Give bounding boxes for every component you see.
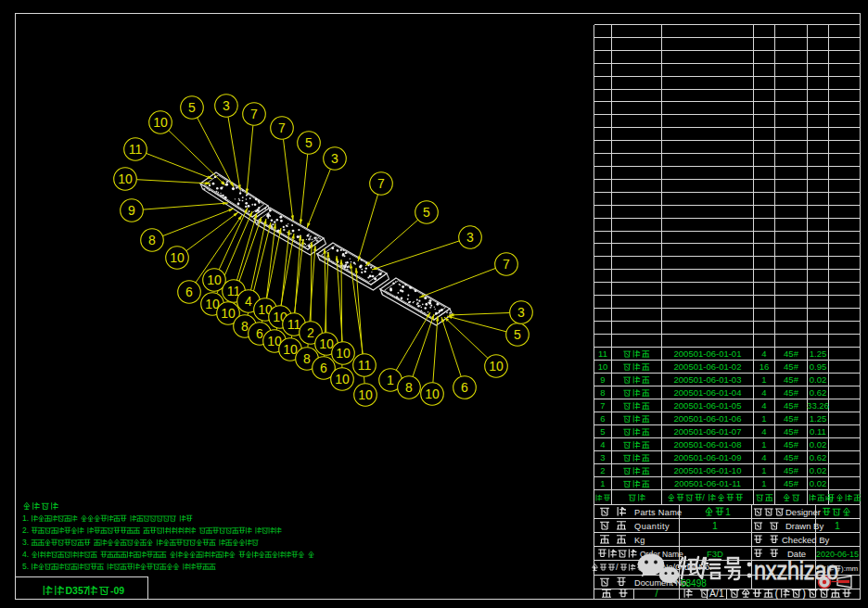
svg-text:Parts Name: Parts Name — [634, 508, 683, 517]
svg-text:3: 3 — [600, 452, 605, 462]
svg-text:6: 6 — [600, 413, 605, 424]
svg-text:1: 1 — [387, 373, 394, 387]
svg-text:2.: 2. — [22, 526, 29, 535]
svg-text:45#: 45# — [784, 387, 799, 398]
svg-text:4: 4 — [761, 387, 766, 398]
svg-text:45#: 45# — [784, 413, 799, 424]
svg-text:45#: 45# — [784, 400, 799, 411]
svg-text:1: 1 — [761, 413, 766, 424]
svg-text:45#: 45# — [784, 452, 799, 462]
svg-text:5.: 5. — [22, 562, 29, 571]
svg-text:8: 8 — [600, 387, 605, 398]
svg-text:1.25: 1.25 — [810, 413, 827, 424]
svg-text:45#: 45# — [784, 348, 799, 359]
svg-text:45#: 45# — [784, 465, 799, 475]
svg-text:45#: 45# — [784, 478, 799, 488]
svg-text:200501-06-01-02: 200501-06-01-02 — [674, 361, 742, 372]
svg-text:Kg: Kg — [634, 536, 645, 545]
svg-text:58498: 58498 — [681, 578, 707, 589]
svg-text:200501-06-01-08: 200501-06-01-08 — [674, 439, 742, 450]
svg-text:D357: D357 — [66, 585, 89, 596]
svg-text:1: 1 — [761, 465, 766, 475]
svg-text:4: 4 — [761, 426, 766, 437]
svg-text:10: 10 — [358, 387, 373, 402]
svg-text:16: 16 — [760, 361, 770, 372]
svg-text:6: 6 — [461, 380, 468, 395]
svg-text:0.62: 0.62 — [810, 452, 827, 462]
svg-text:10: 10 — [221, 306, 236, 321]
svg-text:3: 3 — [223, 98, 230, 113]
svg-text:33.26: 33.26 — [807, 400, 829, 411]
svg-text:10: 10 — [207, 272, 222, 287]
svg-text:0.02: 0.02 — [810, 478, 827, 488]
svg-text:8: 8 — [241, 319, 249, 334]
svg-text:0.95: 0.95 — [810, 361, 827, 372]
svg-text:A/1: A/1 — [709, 588, 724, 599]
svg-text:200501-06-01-10: 200501-06-01-10 — [674, 465, 742, 475]
svg-text:10: 10 — [425, 386, 440, 401]
svg-text:3.: 3. — [22, 538, 29, 547]
svg-text:200501-06-01-03: 200501-06-01-03 — [674, 374, 742, 385]
svg-text:0.62: 0.62 — [810, 387, 827, 398]
svg-text:5: 5 — [600, 426, 605, 437]
svg-text:0.11: 0.11 — [810, 426, 826, 437]
svg-text:200501-06-01-06: 200501-06-01-06 — [674, 413, 742, 424]
svg-text:10: 10 — [170, 250, 185, 265]
svg-text:4: 4 — [245, 294, 252, 309]
svg-text:45#: 45# — [784, 426, 799, 437]
svg-text:): ) — [802, 587, 806, 600]
svg-text:1: 1 — [761, 374, 766, 385]
svg-text:0.02: 0.02 — [810, 465, 827, 475]
svg-text:200501-06-01-07: 200501-06-01-07 — [674, 426, 742, 437]
svg-text:11: 11 — [129, 142, 143, 157]
svg-text:7: 7 — [600, 400, 605, 411]
svg-text:6: 6 — [256, 326, 263, 341]
svg-text:Designer: Designer — [785, 507, 821, 517]
svg-text:4: 4 — [761, 400, 766, 411]
svg-text:1: 1 — [600, 478, 605, 488]
svg-text:11: 11 — [287, 317, 301, 332]
svg-text:3: 3 — [331, 151, 338, 166]
svg-text:6: 6 — [185, 285, 193, 299]
svg-text:1: 1 — [761, 478, 766, 488]
svg-text:(: ( — [775, 587, 779, 600]
svg-text:7: 7 — [250, 107, 258, 121]
svg-text:7: 7 — [377, 176, 385, 191]
svg-text:45#: 45# — [784, 439, 799, 450]
svg-text:1: 1 — [761, 439, 766, 450]
svg-text:2: 2 — [307, 325, 314, 340]
svg-text:8: 8 — [303, 351, 311, 366]
svg-text:5: 5 — [305, 135, 313, 150]
svg-text:4: 4 — [600, 439, 605, 450]
svg-text:4: 4 — [761, 452, 766, 462]
svg-text:8: 8 — [148, 233, 156, 247]
svg-text:200501-06-01-05: 200501-06-01-05 — [674, 400, 742, 411]
svg-text:4.: 4. — [22, 550, 29, 559]
svg-text:45#: 45# — [784, 361, 799, 372]
svg-text:nxzhizao: nxzhizao — [754, 556, 838, 584]
svg-text:200501-06-01-11: 200501-06-01-11 — [674, 478, 741, 488]
svg-text:5: 5 — [188, 100, 196, 115]
svg-text:0.02: 0.02 — [810, 439, 827, 450]
svg-text:11: 11 — [598, 348, 607, 359]
svg-text:F3D: F3D — [707, 549, 723, 559]
svg-text:10: 10 — [153, 115, 168, 130]
svg-text:10: 10 — [118, 171, 133, 186]
svg-text:1: 1 — [725, 506, 731, 517]
svg-text:Drawn By: Drawn By — [785, 521, 823, 531]
svg-text:7: 7 — [503, 257, 510, 272]
svg-text:10: 10 — [598, 361, 608, 372]
svg-text:):mm: ):mm — [841, 564, 859, 573]
svg-text:10: 10 — [283, 342, 298, 357]
svg-text:8: 8 — [405, 380, 413, 395]
svg-text:4: 4 — [761, 348, 766, 359]
svg-text:10: 10 — [335, 372, 350, 386]
svg-text:9: 9 — [600, 374, 605, 385]
svg-text:10: 10 — [319, 336, 334, 351]
svg-text:1.25: 1.25 — [810, 348, 827, 359]
svg-text:5: 5 — [423, 205, 430, 220]
svg-text:6: 6 — [320, 361, 327, 375]
svg-text:200501-06-01-04: 200501-06-01-04 — [674, 387, 742, 398]
svg-text:10: 10 — [489, 359, 504, 374]
svg-text:200501-06-01-01: 200501-06-01-01 — [674, 348, 742, 359]
